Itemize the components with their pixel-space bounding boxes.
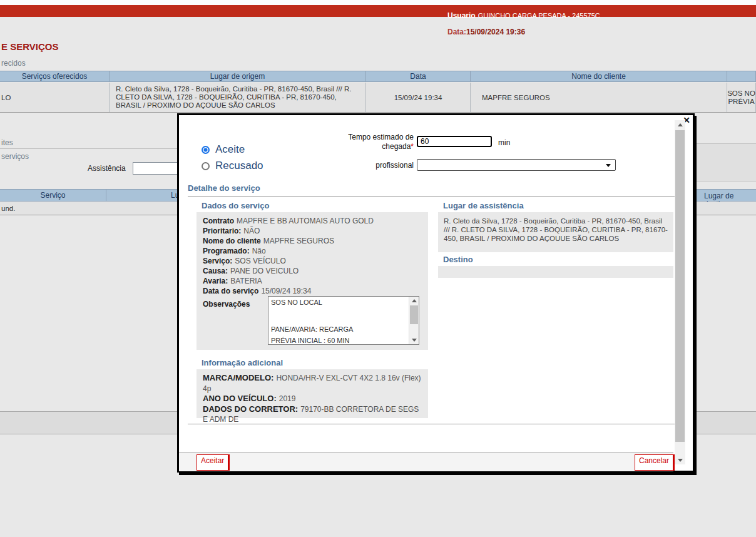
lugar-assistencia-title: Lugar de assistência — [443, 201, 524, 210]
offers-table-row[interactable]: LO R. Cleto da Silva, 1728 - Boqueirão, … — [0, 83, 756, 113]
date-value: 15/09/2024 19:36 — [466, 28, 525, 36]
cancelar-button[interactable]: Cancelar — [635, 454, 675, 471]
field-causa: Causa:PANE DO VEICULO — [203, 266, 422, 276]
tempo-input[interactable] — [417, 136, 492, 147]
observacoes-line: PRÉVIA INICIAL : 60 MIN — [271, 337, 350, 344]
status-line1: SOS NO — [727, 90, 755, 98]
field-data-servico: Data do serviço15/09/24 19:34 — [203, 286, 422, 296]
scroll-up-icon[interactable] — [675, 120, 685, 129]
radio-recusado[interactable]: Recusado — [202, 159, 263, 173]
offer-status-cell: SOS NO PRÉVIA — [727, 83, 756, 112]
offer-client-cell: MAPFRE SEGUROS — [471, 83, 727, 112]
required-asterisk: * — [411, 142, 414, 151]
field-dados-corretor: DADOS DO CORRETOR:79170-BB CORRETORA DE … — [203, 404, 422, 425]
field-marca-modelo: MARCA/MODELO:HONDA/HR-V EXL-CVT 4X2 1.8 … — [203, 373, 422, 394]
usuario-value: GUINCHO CARGA PESADA - 245575C — [478, 12, 600, 19]
radio-selected-icon — [202, 146, 210, 154]
field-contrato: ContratoMAPFRE E BB AUTOMAIS AUTO GOLD — [203, 216, 422, 226]
dados-title: Dados do serviço — [202, 201, 269, 210]
field-nome-cliente: Nome do clienteMAPFRE SEGUROS — [203, 236, 422, 246]
offer-date-cell: 15/09/24 19:34 — [366, 83, 471, 112]
offers-table-header: Serviços oferecidos Lugar de origem Data… — [0, 71, 756, 82]
chevron-down-icon — [606, 164, 611, 167]
aceitar-button[interactable]: Aceitar — [197, 454, 230, 471]
offer-service-cell: LO — [0, 83, 110, 112]
modal-footer — [179, 452, 673, 471]
lugar-assistencia-panel: R. Cleto da Silva, 1728 - Boqueirão, Cur… — [438, 212, 673, 252]
services-header-servico: Serviço — [0, 189, 106, 202]
destino-panel — [438, 266, 673, 278]
topbar: UsuarioGUINCHO CARGA PESADA - 245575C — [0, 5, 756, 17]
assistencia-label: Assistência — [88, 164, 126, 173]
field-prioritario: Prioritario:NÃO — [203, 226, 422, 236]
profissional-label: profissional — [323, 161, 414, 170]
usuario-line: UsuarioGUINCHO CARGA PESADA - 245575C — [447, 10, 600, 22]
no-results-fragment: und. — [1, 205, 15, 212]
field-ano-veiculo: ANO DO VEÍCULO:2019 — [203, 394, 422, 404]
section-bottom-divider — [188, 424, 675, 424]
radio-unselected-icon — [202, 162, 210, 170]
scrollbar-thumb[interactable] — [410, 305, 418, 324]
observacoes-line: SOS NO LOCAL — [271, 299, 322, 306]
info-panel: MARCA/MODELO:HONDA/HR-V EXL-CVT 4X2 1.8 … — [197, 369, 428, 418]
scroll-down-icon[interactable] — [675, 456, 685, 464]
usuario-label: Usuario — [447, 11, 476, 20]
service-accept-modal: ✕ Aceite Recusado Tempo estimado de cheg… — [177, 113, 695, 473]
destino-title: Destino — [443, 255, 473, 264]
observacoes-textarea[interactable]: SOS NO LOCAL PANE/AVARIA: RECARGA PRÉVIA… — [268, 296, 419, 345]
scrollbar-thumb[interactable] — [675, 130, 685, 442]
radio-aceite-label: Aceite — [215, 143, 245, 156]
modal-scrollbar[interactable] — [675, 120, 685, 464]
subsection-label-fragment: serviços — [1, 152, 29, 161]
offer-origin-cell: R. Cleto da Silva, 1728 - Boqueirão, Cur… — [110, 83, 366, 112]
detail-title-underline — [188, 196, 675, 197]
tempo-label: Tempo estimado de chegada* — [323, 133, 414, 151]
profissional-select[interactable] — [417, 159, 616, 171]
scroll-down-icon[interactable] — [409, 336, 419, 344]
scroll-up-icon[interactable] — [409, 297, 419, 305]
offers-header-cliente: Nome do cliente — [471, 71, 727, 81]
offers-header-status — [727, 71, 756, 81]
observacoes-label: Observações — [203, 300, 250, 309]
radio-aceite[interactable]: Aceite — [202, 143, 245, 156]
detail-title: Detalhe do serviço — [188, 183, 260, 193]
section-label-fragment: ites — [1, 138, 13, 147]
date-label: Data: — [447, 28, 466, 36]
tempo-unit: min — [498, 138, 510, 147]
radio-recusado-label: Recusado — [215, 160, 263, 172]
field-avaria: Avaria:BATERIA — [203, 276, 422, 286]
offers-header-data: Data — [366, 71, 471, 81]
page-subtitle: recidos — [1, 59, 26, 68]
field-servico: Serviço:SOS VEÍCULO — [203, 256, 422, 266]
field-programado: Programado:Não — [203, 246, 422, 256]
observacoes-line: PANE/AVARIA: RECARGA — [271, 325, 353, 333]
dateline: Data:15/09/2024 19:36 — [447, 28, 525, 36]
top-white-strip — [0, 0, 756, 5]
offers-header-lugar: Lugar de origem — [110, 71, 366, 81]
status-line2: PRÉVIA — [728, 98, 754, 106]
info-title: Informação adicional — [202, 358, 283, 367]
filters-right-panel — [688, 143, 756, 182]
offers-header-servicos: Serviços oferecidos — [0, 71, 110, 81]
observacoes-scrollbar[interactable] — [409, 297, 419, 344]
page-title: E SERVIÇOS — [1, 41, 58, 52]
